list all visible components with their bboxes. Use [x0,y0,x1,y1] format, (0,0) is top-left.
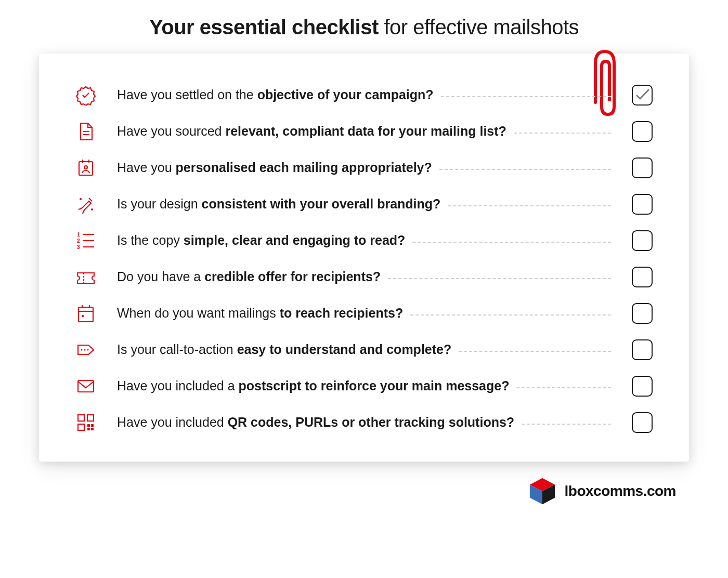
leader-dots [388,278,611,279]
svg-text:1: 1 [77,232,80,238]
checklist-row: 123Is the copy simple, clear and engagin… [75,230,653,251]
checklist-row: Is your design consistent with your over… [75,194,653,215]
checklist-label: Is your design consistent with your over… [117,196,440,212]
checkbox[interactable] [632,157,653,178]
checklist-text: Have you settled on the objective of you… [117,87,611,103]
checklist-label: Do you have a credible offer for recipie… [117,269,381,285]
svg-rect-26 [78,424,84,430]
checklist-row: Is your call-to-action easy to understan… [75,339,653,360]
numbered-list-icon: 123 [75,230,96,251]
svg-rect-28 [91,424,94,427]
svg-point-22 [87,349,88,350]
checklist-text: Is your design consistent with your over… [117,196,611,212]
checklist-label: Have you personalised each mailing appro… [117,160,432,176]
checklist-text: Have you included QR codes, PURLs or oth… [117,414,611,430]
logo-cube-icon [527,476,557,506]
svg-rect-24 [78,415,84,421]
checkbox[interactable] [632,376,653,397]
checklist-row: Have you personalised each mailing appro… [75,157,653,178]
brand-name: lboxcomms.com [565,483,676,500]
design-pen-icon [75,194,96,215]
checklist-row: Have you settled on the objective of you… [75,85,653,106]
leader-dots [514,133,611,134]
svg-point-21 [84,349,85,350]
svg-rect-25 [87,415,94,421]
svg-text:3: 3 [77,244,80,250]
checkbox[interactable] [632,230,653,251]
svg-point-5 [84,166,87,169]
checklist-label: Have you included a postscript to reinfo… [117,378,509,394]
checklist-row: Have you included QR codes, PURLs or oth… [75,412,653,433]
checkbox[interactable] [632,412,653,433]
page-title: Your essential checklist for effective m… [26,16,702,39]
checklist-text: When do you want mailings to reach recip… [117,305,611,321]
checklist-text: Is the copy simple, clear and engaging t… [117,232,611,248]
svg-rect-23 [78,380,94,392]
checklist-row: Have you sourced relevant, compliant dat… [75,121,653,142]
checklist-row: Have you included a postscript to reinfo… [75,376,653,397]
ticket-icon [75,267,96,287]
svg-point-6 [80,198,82,200]
checkbox[interactable] [632,194,653,215]
checklist-row: Do you have a credible offer for recipie… [75,267,653,287]
contact-card-icon [75,157,96,178]
checkbox[interactable] [632,121,653,142]
leader-dots [459,351,611,352]
leader-dots [441,96,611,97]
checklist-row: When do you want mailings to reach recip… [75,303,653,324]
svg-rect-15 [79,307,93,322]
checklist-label: Have you included QR codes, PURLs or oth… [117,414,514,430]
qr-code-icon [75,412,96,433]
checklist-text: Have you included a postscript to reinfo… [117,378,611,394]
svg-text:2: 2 [77,238,80,244]
checklist-text: Is your call-to-action easy to understan… [117,341,611,358]
checklist-text: Have you personalised each mailing appro… [117,160,611,176]
leader-dots [410,314,611,316]
leader-dots [439,169,611,170]
tag-arrow-icon [75,339,96,360]
checklist-card: Have you settled on the objective of you… [39,54,689,462]
badge-check-icon [75,85,96,106]
svg-point-7 [91,208,93,211]
document-icon [75,121,96,142]
svg-rect-29 [87,428,90,430]
svg-rect-30 [91,428,94,430]
brand-footer: lboxcomms.com [26,462,702,506]
checkbox[interactable] [632,303,653,324]
checklist-label: Is your call-to-action easy to understan… [117,341,451,358]
svg-point-20 [81,349,82,350]
calendar-icon [75,303,96,324]
checkbox[interactable] [632,339,653,360]
leader-dots [448,205,611,206]
leader-dots [522,424,611,425]
svg-rect-27 [87,424,90,427]
checklist-label: Is the copy simple, clear and engaging t… [117,232,405,248]
checklist-label: Have you settled on the objective of you… [117,87,434,103]
checklist-label: When do you want mailings to reach recip… [117,305,403,321]
leader-dots [516,387,611,388]
checkbox[interactable] [632,85,653,106]
checklist-label: Have you sourced relevant, compliant dat… [117,123,506,139]
svg-point-19 [82,315,84,317]
leader-dots [412,242,611,243]
checklist-text: Do you have a credible offer for recipie… [117,269,611,285]
checklist-text: Have you sourced relevant, compliant dat… [117,123,611,139]
checkbox[interactable] [632,267,653,287]
envelope-icon [75,376,96,397]
